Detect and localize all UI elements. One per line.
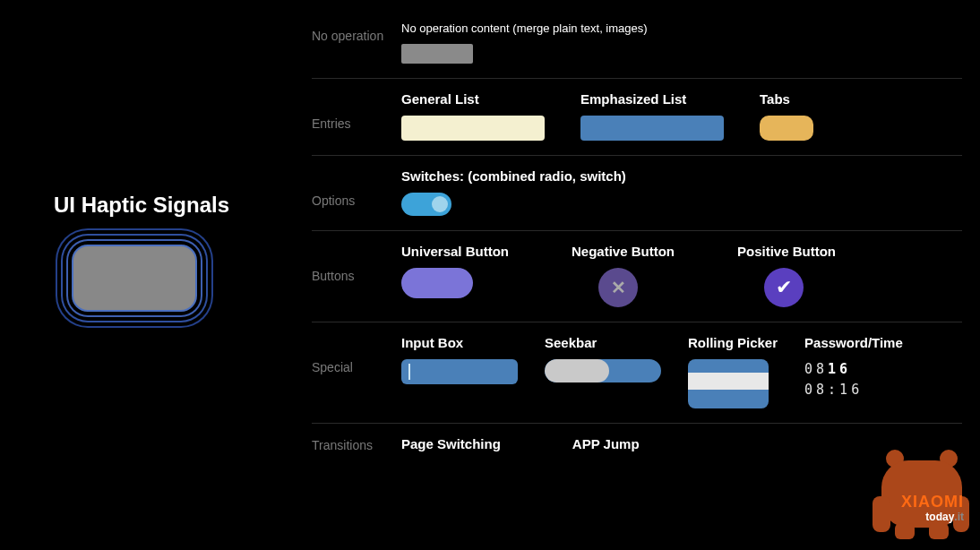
entry-emphasized[interactable]: Emphasized List — [580, 91, 724, 141]
input-caret — [408, 364, 410, 380]
option-switches-label: Switches: (combined radio, switch) — [401, 168, 626, 184]
row-options: Options Switches: (combined radio, switc… — [312, 156, 962, 231]
btn-universal: Universal Button — [401, 244, 509, 307]
watermark-text: XIAOMI today.it — [901, 494, 964, 523]
special-picker: Rolling Picker — [688, 335, 778, 408]
btn-positive: Positive Button ✔ — [737, 244, 836, 307]
row-label-special: Special — [312, 335, 401, 374]
watermark-logo — [864, 443, 971, 541]
entry-tabs[interactable]: Tabs — [760, 91, 813, 141]
btn-universal-label: Universal Button — [401, 244, 509, 259]
pwtime-display: 0816 08:16 — [804, 359, 903, 400]
trans-page[interactable]: Page Switching — [401, 436, 501, 451]
row-no-operation: No operation No operation content (merge… — [312, 9, 962, 79]
entry-emphasized-label: Emphasized List — [580, 91, 724, 107]
special-picker-label: Rolling Picker — [688, 335, 778, 350]
row-special: Special Input Box Seekbar Rolling Picker… — [312, 322, 962, 424]
special-input-label: Input Box — [401, 335, 518, 350]
entry-tabs-label: Tabs — [760, 91, 813, 107]
check-icon: ✔ — [776, 276, 792, 299]
pw-value: 0816 — [804, 359, 903, 380]
entry-general[interactable]: General List — [401, 91, 545, 141]
svg-rect-6 — [929, 523, 949, 539]
row-label-buttons: Buttons — [312, 244, 401, 283]
row-label-noop: No operation — [312, 21, 401, 43]
positive-button[interactable]: ✔ — [764, 268, 804, 307]
option-switches: Switches: (combined radio, switch) — [401, 168, 626, 216]
trans-page-label: Page Switching — [401, 436, 501, 451]
row-label-options: Options — [312, 168, 401, 208]
special-seekbar-label: Seekbar — [545, 335, 661, 350]
trans-app-label: APP Jump — [572, 436, 640, 451]
switch-toggle[interactable] — [401, 193, 451, 216]
seekbar[interactable] — [545, 359, 661, 382]
rolling-picker[interactable] — [688, 359, 769, 408]
entry-general-label: General List — [401, 91, 545, 107]
special-input: Input Box — [401, 335, 518, 408]
haptic-preview-rect — [72, 245, 197, 312]
svg-rect-5 — [895, 523, 915, 539]
special-pwtime: Password/Time 0816 08:16 — [804, 335, 903, 408]
page-title: UI Haptic Signals — [54, 193, 287, 218]
noop-item: No operation content (merge plain text, … — [401, 21, 648, 64]
negative-button[interactable]: ✕ — [598, 268, 638, 307]
watermark-brand: XIAOMI — [901, 494, 964, 511]
entry-tabs-swatch — [760, 116, 813, 141]
btn-negative: Negative Button ✕ — [572, 244, 675, 307]
close-icon: ✕ — [611, 277, 626, 298]
special-pwtime-label: Password/Time — [804, 335, 903, 350]
noop-caption: No operation content (merge plain text, … — [401, 21, 648, 35]
row-entries: Entries General List Emphasized List Tab… — [312, 79, 962, 156]
time-value: 08:16 — [804, 380, 903, 400]
noop-swatch — [401, 44, 473, 64]
svg-rect-3 — [873, 496, 890, 532]
trans-app[interactable]: APP Jump — [572, 436, 640, 451]
entry-emphasized-swatch — [580, 116, 724, 141]
watermark-site: today.it — [901, 511, 964, 523]
row-label-transitions: Transitions — [312, 436, 401, 452]
row-label-entries: Entries — [312, 91, 401, 131]
entry-general-swatch — [401, 116, 545, 141]
universal-button[interactable] — [401, 268, 473, 298]
special-seekbar: Seekbar — [545, 335, 661, 408]
row-buttons: Buttons Universal Button Negative Button… — [312, 231, 962, 322]
btn-positive-label: Positive Button — [737, 244, 836, 259]
left-panel: UI Haptic Signals — [54, 193, 287, 312]
input-box[interactable] — [401, 359, 518, 384]
btn-negative-label: Negative Button — [572, 244, 675, 259]
